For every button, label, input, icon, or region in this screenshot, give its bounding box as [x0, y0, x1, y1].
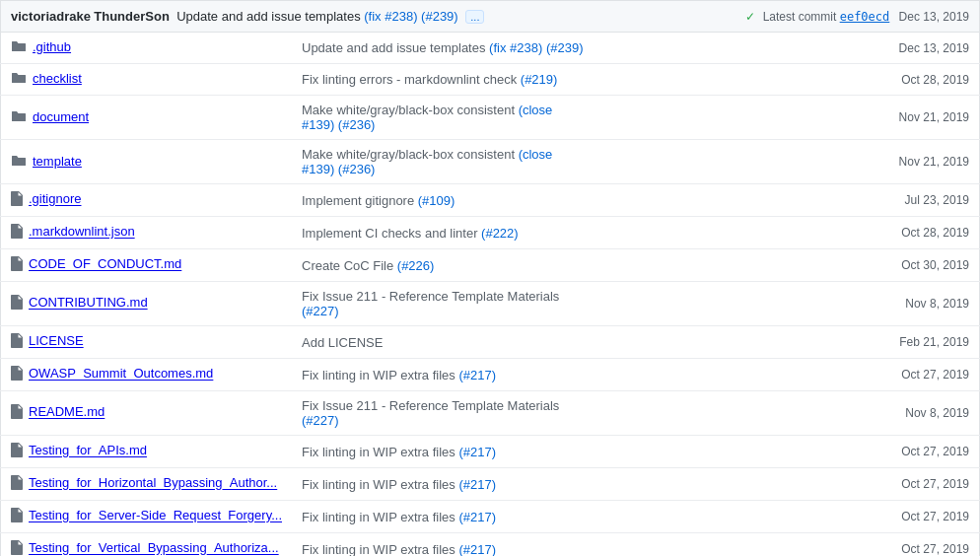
- author-link-2[interactable]: ThunderSon: [94, 9, 170, 24]
- file-name-link[interactable]: Testing_for_Server-Side_Request_Forgery.…: [29, 509, 282, 523]
- commit-fix-link[interactable]: (#222): [481, 226, 519, 241]
- pr-link[interactable]: (#239): [421, 9, 458, 24]
- commit-fix-link[interactable]: (#217): [458, 477, 496, 492]
- commit-text: Fix linting in WIP extra files: [302, 477, 458, 492]
- commit-message-cell: Make white/gray/black-box consistent (cl…: [292, 96, 597, 140]
- file-date: Oct 27, 2019: [597, 436, 980, 468]
- latest-commit-header: victoriadrake ThunderSon Update and add …: [1, 1, 980, 33]
- file-name-link[interactable]: checklist: [33, 71, 82, 86]
- file-name-link[interactable]: .github: [33, 39, 71, 54]
- table-row: templateMake white/gray/black-box consis…: [1, 140, 980, 184]
- commit-text: Implement CI checks and linter: [302, 226, 481, 241]
- author-info: victoriadrake ThunderSon: [11, 10, 173, 24]
- commit-hash-link[interactable]: eef0ecd: [840, 10, 890, 24]
- file-name-link[interactable]: README.md: [29, 405, 105, 420]
- file-icon: [11, 224, 23, 242]
- table-row: Testing_for_Vertical_Bypassing_Authoriza…: [1, 533, 980, 556]
- file-name-cell: .markdownlint.json: [1, 217, 293, 249]
- commit-fix-link[interactable]: (#217): [458, 510, 496, 524]
- table-row: LICENSEAdd LICENSEFeb 21, 2019: [1, 326, 980, 359]
- file-name-cell: .github: [1, 33, 293, 64]
- commit-fix-link[interactable]: (#226): [397, 258, 435, 273]
- file-name-link[interactable]: .markdownlint.json: [29, 225, 135, 240]
- table-row: documentMake white/gray/black-box consis…: [1, 96, 980, 140]
- file-name-link[interactable]: document: [33, 109, 89, 124]
- file-name-link[interactable]: Testing_for_Vertical_Bypassing_Authoriza…: [29, 541, 279, 556]
- commit-fix-link[interactable]: (#217): [458, 542, 496, 556]
- repo-file-table: victoriadrake ThunderSon Update and add …: [0, 0, 980, 556]
- commit-fix-link[interactable]: (#227): [302, 413, 339, 428]
- file-name-link[interactable]: OWASP_Summit_Outcomes.md: [29, 367, 213, 382]
- commit-fix-link[interactable]: (fix #238): [489, 40, 542, 55]
- commit-pr-link[interactable]: (#236): [334, 162, 375, 176]
- file-name-cell: document: [1, 96, 293, 140]
- commit-text: Fix Issue 211 - Reference Template Mater…: [302, 398, 559, 413]
- commit-message: Update and add issue templates (fix #238…: [176, 10, 484, 24]
- commit-message-cell: Implement gitignore (#109): [292, 184, 597, 217]
- file-icon: [11, 333, 23, 351]
- commit-text: Update and add issue templates: [302, 40, 489, 55]
- commit-message-cell: Fix Issue 211 - Reference Template Mater…: [292, 282, 597, 326]
- file-name-link[interactable]: CONTRIBUTING.md: [29, 296, 148, 311]
- file-name-cell: Testing_for_Server-Side_Request_Forgery.…: [1, 501, 293, 533]
- file-icon: [11, 404, 23, 422]
- commit-pr-link[interactable]: (#239): [542, 40, 583, 55]
- commit-message-cell: Fix linting in WIP extra files (#217): [292, 533, 597, 556]
- file-date: Jul 23, 2019: [597, 184, 980, 217]
- file-icon: [11, 540, 23, 556]
- table-row: OWASP_Summit_Outcomes.mdFix linting in W…: [1, 359, 980, 391]
- file-name-cell: README.md: [1, 391, 293, 436]
- file-icon: [11, 508, 23, 525]
- file-icon: [11, 366, 23, 383]
- commit-header-date: Dec 13, 2019: [899, 10, 969, 24]
- file-date: Dec 13, 2019: [597, 33, 980, 64]
- author-link-1[interactable]: victoriadrake: [11, 9, 91, 24]
- file-name-cell: Testing_for_Vertical_Bypassing_Authoriza…: [1, 533, 293, 556]
- file-name-link[interactable]: .gitignore: [29, 192, 81, 207]
- commit-text: Make white/gray/black-box consistent: [302, 103, 519, 117]
- file-date: Oct 27, 2019: [597, 533, 980, 556]
- fix-link[interactable]: (fix #238): [364, 9, 417, 24]
- commit-fix-link[interactable]: (#217): [458, 445, 496, 459]
- commit-text: Fix linting in WIP extra files: [302, 368, 458, 382]
- check-icon: ✓: [745, 10, 755, 24]
- folder-icon: [11, 154, 27, 171]
- table-row: .githubUpdate and add issue templates (f…: [1, 33, 980, 64]
- file-name-link[interactable]: template: [33, 154, 82, 169]
- commit-message-cell: Fix linting in WIP extra files (#217): [292, 436, 597, 468]
- file-icon: [11, 475, 23, 493]
- commit-fix-link[interactable]: (#227): [302, 304, 339, 318]
- file-date: Oct 27, 2019: [597, 359, 980, 391]
- table-row: README.mdFix Issue 211 - Reference Templ…: [1, 391, 980, 436]
- commit-message-cell: Implement CI checks and linter (#222): [292, 217, 597, 249]
- file-name-cell: template: [1, 140, 293, 184]
- commit-message-cell: Fix linting in WIP extra files (#217): [292, 468, 597, 501]
- file-name-cell: Testing_for_Horizontal_Bypassing_Author.…: [1, 468, 293, 501]
- table-row: CONTRIBUTING.mdFix Issue 211 - Reference…: [1, 282, 980, 326]
- ellipsis-button[interactable]: ...: [465, 10, 484, 24]
- file-icon: [11, 256, 23, 274]
- file-date: Oct 28, 2019: [597, 217, 980, 249]
- commit-fix-link[interactable]: (#219): [521, 72, 558, 87]
- file-name-link[interactable]: LICENSE: [29, 334, 84, 349]
- file-name-cell: checklist: [1, 64, 293, 96]
- commit-message-cell: Update and add issue templates (fix #238…: [292, 33, 597, 64]
- commit-pr-link[interactable]: (#236): [334, 117, 375, 132]
- file-name-link[interactable]: CODE_OF_CONDUCT.md: [29, 257, 181, 272]
- file-date: Feb 21, 2019: [597, 326, 980, 359]
- commit-message-cell: Make white/gray/black-box consistent (cl…: [292, 140, 597, 184]
- file-date: Oct 27, 2019: [597, 468, 980, 501]
- file-date: Oct 28, 2019: [597, 64, 980, 96]
- file-icon: [11, 295, 23, 313]
- file-date: Nov 21, 2019: [597, 96, 980, 140]
- file-name-link[interactable]: Testing_for_Horizontal_Bypassing_Author.…: [29, 476, 277, 491]
- commit-fix-link[interactable]: (#109): [418, 193, 455, 208]
- file-name-link[interactable]: Testing_for_APIs.md: [29, 444, 147, 458]
- commit-text: Fix linting in WIP extra files: [302, 445, 458, 459]
- commit-info: victoriadrake ThunderSon Update and add …: [1, 1, 597, 33]
- table-row: Testing_for_Server-Side_Request_Forgery.…: [1, 501, 980, 533]
- file-icon: [11, 443, 23, 460]
- commit-fix-link[interactable]: (#217): [458, 368, 496, 382]
- file-date: Nov 21, 2019: [597, 140, 980, 184]
- file-name-cell: CONTRIBUTING.md: [1, 282, 293, 326]
